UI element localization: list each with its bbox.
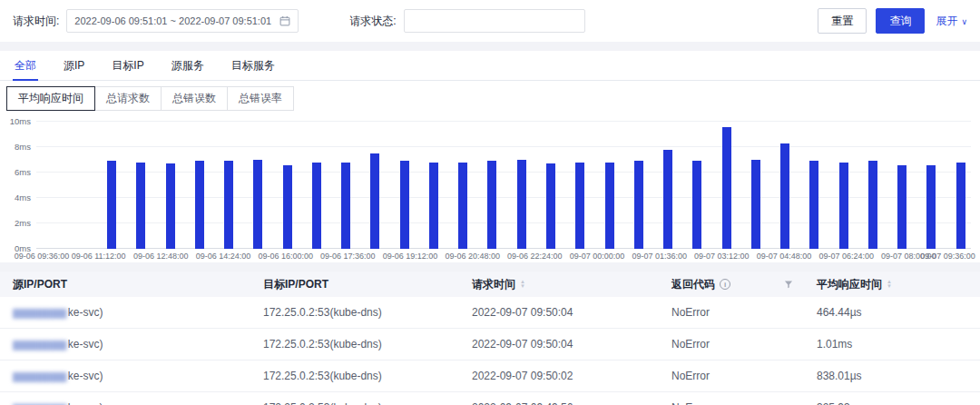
bar[interactable] — [751, 160, 760, 249]
reset-button[interactable]: 重置 — [818, 8, 867, 34]
bar[interactable] — [722, 127, 731, 249]
bar[interactable] — [868, 161, 877, 249]
x-axis-label: 09-06 16:00:00 — [258, 252, 313, 261]
x-axis-label: 09-06 12:48:00 — [133, 252, 189, 261]
source-ip-cell: ██████████ke-svc) — [0, 297, 250, 329]
category-tabs: 全部源IP目标IP源服务目标服务 — [0, 51, 980, 81]
bar[interactable] — [166, 163, 175, 249]
source-ip-suffix: ke-svc) — [68, 401, 103, 405]
tab-all[interactable]: 全部 — [13, 51, 38, 81]
x-axis-label: 09-07 01:36:00 — [632, 252, 687, 261]
col-return-code[interactable]: 返回代码i — [659, 272, 804, 297]
x-axis-label: 09-06 19:12:00 — [383, 252, 438, 261]
bar[interactable] — [283, 165, 292, 249]
col-return-code-label: 返回代码 — [671, 277, 715, 292]
tab-source-service[interactable]: 源服务 — [170, 51, 206, 80]
request-status-input[interactable] — [404, 9, 585, 33]
query-button[interactable]: 查询 — [876, 8, 925, 34]
dns-records-section: 源IP/PORT目标IP/PORT请求时间▲▼返回代码i平均响应时间▲▼ ███… — [0, 272, 980, 405]
col-avg-response[interactable]: 平均响应时间▲▼ — [804, 272, 980, 297]
metric-total-errors[interactable]: 总错误数 — [161, 86, 228, 111]
table-row: ██████████ke-svc)172.25.0.2:53(kube-dns)… — [0, 392, 980, 405]
y-axis-label: 4ms — [0, 193, 31, 202]
tab-target-service[interactable]: 目标服务 — [230, 51, 277, 80]
bar[interactable] — [634, 161, 643, 249]
y-axis-label: 10ms — [0, 116, 31, 126]
info-icon[interactable]: i — [720, 279, 730, 290]
bar[interactable] — [663, 150, 672, 249]
tab-target-ip[interactable]: 目标IP — [110, 51, 145, 80]
filter-icon[interactable] — [784, 280, 793, 289]
x-axis-label: 09-07 03:12:00 — [694, 252, 750, 261]
calendar-icon[interactable] — [279, 15, 290, 26]
bar[interactable] — [780, 143, 789, 249]
x-axis-label: 09-07 04:48:00 — [757, 252, 812, 261]
request-status-filter: 请求状态: — [349, 9, 584, 33]
col-source-ip-label: 源IP/PORT — [13, 277, 67, 292]
source-ip-suffix: ke-svc) — [68, 370, 103, 382]
y-axis-label: 6ms — [0, 167, 31, 177]
expand-label: 展开 — [936, 14, 957, 29]
table-body: ██████████ke-svc)172.25.0.2:53(kube-dns)… — [0, 297, 980, 405]
request-time-label: 请求时间: — [13, 14, 59, 29]
table-row: ██████████ke-svc)172.25.0.2:53(kube-dns)… — [0, 329, 980, 361]
dns-records-table: 源IP/PORT目标IP/PORT请求时间▲▼返回代码i平均响应时间▲▼ ███… — [0, 272, 980, 405]
bar[interactable] — [341, 163, 350, 249]
metric-avg-response-time[interactable]: 平均响应时间 — [6, 86, 95, 111]
return-code-cell: NoError — [659, 392, 804, 405]
redacted-source-ip: ██████████ — [13, 341, 66, 350]
avg-response-cell: 838.01µs — [804, 361, 980, 392]
bar[interactable] — [107, 161, 116, 249]
x-axis-label: 09-06 09:36:00 — [15, 252, 70, 261]
sort-icon[interactable]: ▲▼ — [887, 280, 892, 289]
col-target-ip: 目标IP/PORT — [250, 272, 459, 297]
chevron-down-icon: ∨ — [961, 16, 967, 26]
x-axis-label: 09-07 09:36:00 — [920, 252, 975, 261]
bar[interactable] — [136, 163, 145, 249]
bar-series — [107, 122, 965, 249]
filter-actions: 重置 查询 展开 ∨ — [818, 8, 967, 34]
bar[interactable] — [312, 163, 321, 249]
bar[interactable] — [487, 161, 496, 249]
bar[interactable] — [692, 161, 701, 249]
metric-total-error-rate[interactable]: 总错误率 — [227, 86, 294, 111]
col-request-time[interactable]: 请求时间▲▼ — [459, 272, 659, 297]
return-code-cell: NoError — [659, 361, 804, 392]
source-ip-cell: ██████████ke-svc) — [0, 361, 250, 392]
source-ip-suffix: ke-svc) — [68, 306, 103, 319]
redacted-source-ip: ██████████ — [13, 372, 66, 381]
bar[interactable] — [400, 161, 409, 249]
request-time-cell: 2022-09-07 09:50:04 — [459, 297, 659, 329]
col-request-time-label: 请求时间 — [472, 277, 515, 292]
expand-toggle[interactable]: 展开 ∨ — [936, 14, 967, 29]
bar[interactable] — [956, 163, 965, 249]
source-ip-cell: ██████████ke-svc) — [0, 392, 250, 405]
request-time-filter: 请求时间: 2022-09-06 09:51:01 ~ 2022-09-07 0… — [13, 9, 299, 33]
bar[interactable] — [195, 161, 204, 249]
bar[interactable] — [926, 165, 936, 249]
tab-source-ip[interactable]: 源IP — [62, 51, 86, 80]
sort-icon[interactable]: ▲▼ — [520, 280, 525, 289]
bar[interactable] — [517, 160, 526, 249]
target-ip-cell: 172.25.0.2:53(kube-dns) — [250, 392, 459, 405]
bar[interactable] — [809, 161, 818, 249]
avg-response-cell: 1.01ms — [804, 329, 980, 361]
bar[interactable] — [575, 163, 584, 249]
bar[interactable] — [370, 153, 379, 249]
bar[interactable] — [429, 163, 438, 249]
chart-panel: 全部源IP目标IP源服务目标服务 平均响应时间总请求数总错误数总错误率 0ms2… — [0, 51, 980, 262]
bar[interactable] — [253, 160, 262, 249]
bar[interactable] — [224, 161, 233, 249]
time-range-picker[interactable]: 2022-09-06 09:51:01 ~ 2022-09-07 09:51:0… — [66, 9, 299, 33]
bar[interactable] — [546, 163, 555, 249]
y-axis-label: 2ms — [0, 218, 31, 228]
source-ip-suffix: ke-svc) — [68, 338, 103, 351]
bar[interactable] — [605, 163, 614, 249]
avg-response-cell: 464.44µs — [804, 297, 980, 329]
bar[interactable] — [897, 165, 906, 249]
metric-total-requests[interactable]: 总请求数 — [94, 86, 162, 111]
bar[interactable] — [839, 163, 848, 249]
section-divider — [0, 42, 980, 51]
bar[interactable] — [458, 163, 467, 249]
table-header-row: 源IP/PORT目标IP/PORT请求时间▲▼返回代码i平均响应时间▲▼ — [0, 272, 980, 297]
